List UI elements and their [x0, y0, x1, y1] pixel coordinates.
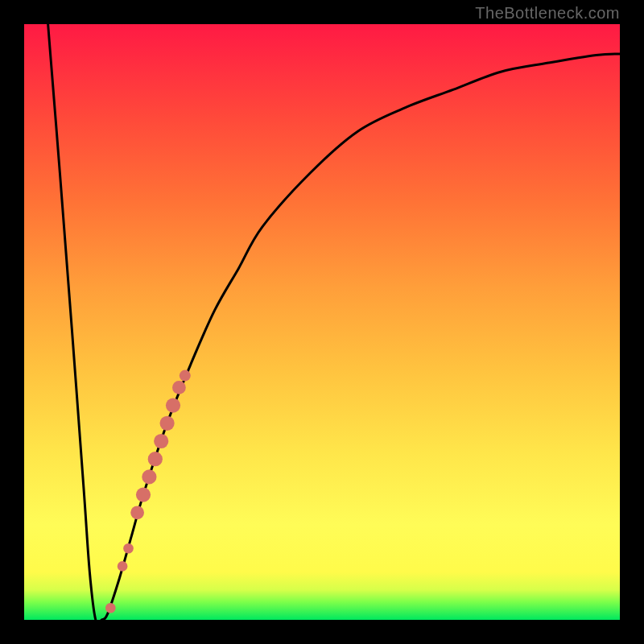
curve-marker: [154, 434, 168, 448]
curve-marker: [160, 416, 175, 431]
curve-marker: [123, 543, 134, 554]
curve-marker: [166, 398, 180, 413]
bottleneck-curve: [48, 24, 620, 624]
curve-marker: [136, 488, 151, 502]
curve-marker: [130, 506, 144, 519]
curve-marker: [142, 469, 156, 484]
plot-area: [24, 24, 620, 620]
curve-marker: [105, 603, 116, 613]
curve-markers: [105, 370, 191, 613]
curve-marker: [172, 381, 186, 394]
attribution-text: TheBottleneck.com: [475, 5, 620, 21]
curve-layer: [24, 24, 620, 620]
curve-marker: [180, 370, 191, 382]
chart-frame: TheBottleneck.com: [0, 0, 644, 644]
curve-marker: [148, 452, 163, 466]
curve-marker: [118, 561, 128, 572]
